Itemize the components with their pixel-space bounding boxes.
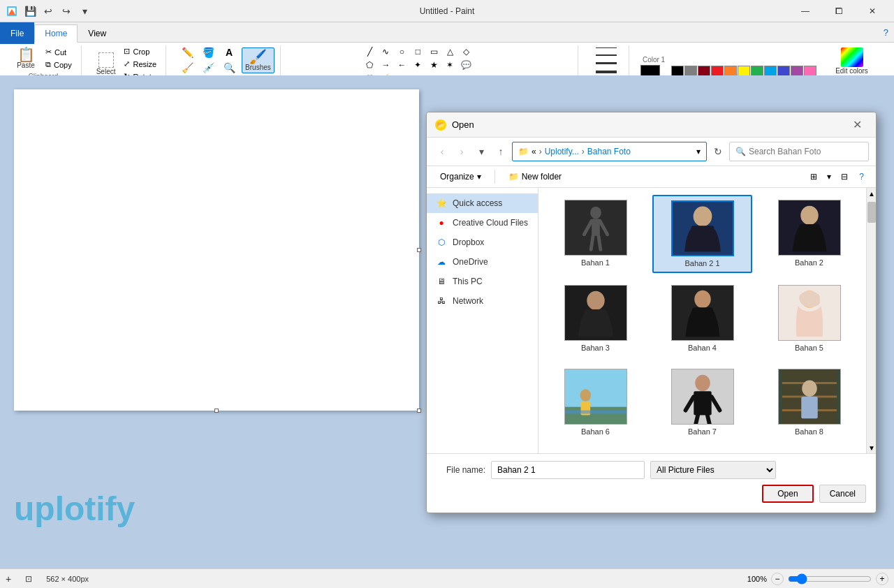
dialog-close-btn[interactable]: ✕ (847, 115, 867, 135)
crop-btn[interactable]: ⊡Crop (120, 45, 160, 57)
file-item-bahan5[interactable]: Bahan 5 (759, 280, 859, 357)
scroll-down-btn[interactable]: ▼ (867, 442, 877, 453)
file-item-bahan7[interactable]: Bahan 7 (652, 364, 752, 441)
zoom-slider[interactable] (788, 573, 872, 585)
search-input[interactable] (749, 147, 863, 156)
text-btn[interactable]: A (219, 45, 239, 59)
callout-btn[interactable]: 💬 (458, 59, 474, 71)
star6-btn[interactable]: ✶ (442, 59, 457, 71)
open-dialog: 📂 Open ✕ ‹ › ▾ ↑ 📁 « › Uplotify... › Bah… (426, 112, 877, 513)
size4-btn[interactable] (589, 68, 623, 75)
scroll-up-btn[interactable]: ▲ (867, 188, 877, 199)
star4-icon: ✦ (414, 60, 421, 70)
select-btn[interactable]: Select (93, 50, 119, 78)
view-buttons: ⊞ ▾ ⊟ ? (805, 169, 869, 184)
open-btn[interactable]: Open (762, 485, 813, 503)
sidebar-item-dropbox[interactable]: ⬡ Dropbox (427, 233, 538, 252)
maximize-btn[interactable]: ⧠ (823, 0, 855, 22)
path-expand-icon[interactable]: ▾ (696, 147, 701, 156)
forward-btn[interactable]: › (453, 143, 470, 160)
organize-btn[interactable]: Organize ▾ (434, 169, 488, 184)
address-path[interactable]: 📁 « › Uplotify... › Bahan Foto ▾ (512, 142, 707, 161)
curve-btn[interactable]: ∿ (378, 45, 393, 58)
new-folder-btn[interactable]: 📁 New folder (502, 169, 568, 184)
help-btn[interactable]: ? (884, 22, 888, 42)
pencil-btn[interactable]: ✏️ (177, 45, 197, 59)
line-btn[interactable]: ╱ (362, 45, 377, 58)
undo-btn[interactable]: ↩ (41, 3, 56, 19)
path-current[interactable]: Bahan Foto (587, 147, 631, 156)
dialog-sidebar: ⭐ Quick access ● Creative Cloud Files ⬡ … (427, 188, 538, 453)
preview-btn[interactable]: ⊟ (836, 169, 853, 184)
path-uplotify[interactable]: Uplotify... (545, 147, 579, 156)
cancel-btn[interactable]: Cancel (819, 485, 866, 503)
dialog-scrollbar[interactable]: ▲ ▼ (866, 188, 876, 453)
picker-btn[interactable]: 💉 (198, 61, 218, 75)
refresh-btn[interactable]: ↻ (710, 143, 726, 160)
save-quick-btn[interactable]: 💾 (22, 3, 38, 19)
resize-handle-br[interactable] (417, 409, 421, 413)
view-dropdown-btn[interactable]: ▾ (823, 169, 835, 184)
sidebar-item-network[interactable]: 🖧 Network (427, 291, 538, 311)
up-btn[interactable]: ↑ (492, 143, 509, 160)
file-item-bahan4[interactable]: Bahan 4 (652, 280, 752, 357)
help-dialog-btn[interactable]: ? (854, 169, 869, 184)
tab-view[interactable]: View (78, 24, 117, 42)
fill-btn[interactable]: 🪣 (198, 45, 218, 59)
paste-btn[interactable]: 📋 Paste (11, 45, 41, 71)
pentagon-btn[interactable]: ⬠ (362, 59, 377, 71)
view-tiles-btn[interactable]: ⊞ (805, 169, 822, 184)
star4-btn[interactable]: ✦ (410, 59, 425, 71)
rrect-btn[interactable]: ▭ (426, 45, 441, 58)
copy-btn[interactable]: ⧉Copy (42, 59, 75, 71)
canvas[interactable] (14, 89, 419, 411)
recent-locations-btn[interactable]: ▾ (473, 143, 490, 160)
star5-btn[interactable]: ★ (426, 59, 441, 71)
resize-handle-mr[interactable] (417, 248, 421, 252)
file-item-bahan1[interactable]: Bahan 1 (545, 195, 645, 273)
file-item-bahan6[interactable]: Bahan 6 (545, 364, 645, 441)
rect-btn[interactable]: □ (410, 45, 425, 58)
size3-btn[interactable] (589, 60, 623, 66)
file-item-bahan2[interactable]: Bahan 2 (759, 195, 859, 273)
resize-btn[interactable]: ⤢Resize (120, 58, 160, 70)
edit-colors-btn[interactable]: Edit colors (821, 45, 883, 77)
size2-btn[interactable] (589, 52, 623, 58)
zoom-in-btn[interactable]: + (876, 573, 888, 585)
sidebar-label-onedrive: OneDrive (453, 257, 488, 267)
filename-input[interactable] (491, 461, 645, 479)
eraser-btn[interactable]: 🧹 (177, 61, 197, 75)
path-separator2: › (582, 147, 585, 156)
minimize-btn[interactable]: — (789, 0, 821, 22)
add-btn-status[interactable]: + (6, 573, 11, 585)
magnify-btn[interactable]: 🔍 (219, 61, 239, 75)
tab-file[interactable]: File (0, 22, 34, 44)
file-item-bahan3[interactable]: Bahan 3 (545, 280, 645, 357)
arrow-right-btn[interactable]: → (378, 59, 393, 71)
filetype-select[interactable]: All Picture Files JPEG (*.jpg;*.jpeg) PN… (650, 461, 776, 479)
svg-point-11 (693, 206, 712, 226)
sidebar-item-this-pc[interactable]: 🖥 This PC (427, 272, 538, 291)
preview-icon: ⊟ (841, 172, 848, 182)
file-thumb-bahan2 (778, 200, 841, 256)
brushes-btn[interactable]: 🖌️ Brushes (242, 47, 274, 73)
diamond-btn[interactable]: ◇ (458, 45, 474, 58)
sidebar-item-quick-access[interactable]: ⭐ Quick access (427, 193, 538, 213)
tri-btn[interactable]: △ (442, 45, 457, 58)
back-btn[interactable]: ‹ (434, 143, 450, 160)
file-item-bahan8[interactable]: Bahan 8 (759, 364, 859, 441)
file-item-bahan21[interactable]: Bahan 2 1 (652, 195, 752, 273)
tab-home[interactable]: Home (34, 24, 78, 43)
oval-btn[interactable]: ○ (394, 45, 409, 58)
zoom-out-btn[interactable]: − (771, 573, 784, 585)
scrollbar-thumb[interactable] (867, 202, 876, 223)
sidebar-item-onedrive[interactable]: ☁ OneDrive (427, 252, 538, 272)
redo-btn[interactable]: ↪ (59, 3, 74, 19)
close-btn[interactable]: ✕ (856, 0, 888, 22)
size1-btn[interactable] (589, 45, 623, 50)
resize-handle-bm[interactable] (214, 409, 219, 413)
arrow-left-btn[interactable]: ← (394, 59, 409, 71)
customize-btn[interactable]: ▾ (77, 3, 92, 19)
sidebar-item-creative-cloud[interactable]: ● Creative Cloud Files (427, 213, 538, 233)
cut-btn[interactable]: ✂Cut (42, 46, 75, 58)
